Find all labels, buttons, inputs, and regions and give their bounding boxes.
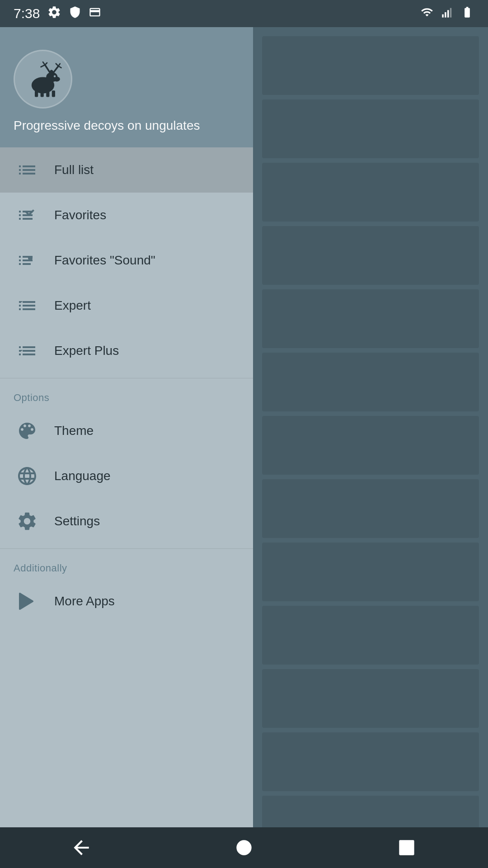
- globe-icon: [14, 462, 41, 490]
- recent-apps-button[interactable]: [389, 830, 425, 866]
- svg-line-19: [56, 64, 58, 66]
- svg-rect-9: [41, 91, 44, 97]
- list-icon: [14, 156, 41, 184]
- status-bar: 7:38: [0, 0, 488, 27]
- svg-rect-2: [447, 10, 449, 17]
- moose-icon: [23, 59, 63, 99]
- divider-1: [0, 378, 253, 378]
- svg-line-13: [41, 65, 45, 67]
- additionally-section-label: Additionally: [0, 553, 253, 579]
- palette-icon: [14, 417, 41, 444]
- expert-plus-icon: [14, 337, 41, 364]
- svg-line-15: [45, 63, 47, 65]
- menu-item-full-list-label: Full list: [54, 163, 94, 177]
- play-store-icon: [14, 588, 41, 615]
- svg-point-25: [236, 840, 251, 855]
- favorites-icon: [14, 202, 41, 229]
- menu-item-more-apps-label: More Apps: [54, 594, 115, 609]
- menu-item-full-list[interactable]: Full list: [0, 147, 253, 193]
- menu-item-theme-label: Theme: [54, 424, 94, 438]
- battery-icon: [460, 6, 474, 22]
- menu-item-settings-label: Settings: [54, 514, 100, 528]
- menu-item-expert-label: Expert: [54, 298, 91, 313]
- drawer-header: Progressive decoys on ungulates: [0, 27, 253, 147]
- menu-item-language[interactable]: Language: [0, 453, 253, 499]
- drawer-menu: Full list Favorites Favorites "Sound": [0, 147, 253, 827]
- menu-item-settings[interactable]: Settings: [0, 499, 253, 544]
- status-bar-left: 7:38: [14, 5, 101, 23]
- navigation-drawer: Progressive decoys on ungulates Full lis…: [0, 27, 253, 827]
- card-icon: [89, 6, 101, 22]
- svg-rect-10: [46, 91, 49, 97]
- shield-icon: [69, 6, 81, 22]
- menu-item-favorites-sound-label: Favorites "Sound": [54, 253, 155, 268]
- menu-item-expert[interactable]: Expert: [0, 283, 253, 328]
- menu-item-favorites-sound[interactable]: Favorites "Sound": [0, 238, 253, 283]
- menu-item-favorites[interactable]: Favorites: [0, 193, 253, 238]
- drawer-app-title: Progressive decoys on ungulates: [14, 118, 239, 134]
- avatar: [14, 50, 72, 108]
- favorites-sound-icon: [14, 247, 41, 274]
- menu-item-favorites-label: Favorites: [54, 208, 106, 222]
- svg-rect-3: [450, 8, 452, 17]
- signal-icon: [441, 6, 454, 22]
- menu-item-theme[interactable]: Theme: [0, 408, 253, 453]
- menu-item-expert-plus-label: Expert Plus: [54, 344, 119, 358]
- options-section-label: Options: [0, 383, 253, 408]
- menu-item-language-label: Language: [54, 469, 111, 483]
- svg-rect-0: [442, 14, 444, 17]
- expert-icon: [14, 292, 41, 319]
- divider-2: [0, 548, 253, 549]
- svg-point-21: [54, 75, 56, 77]
- menu-item-more-apps[interactable]: More Apps: [0, 579, 253, 624]
- bottom-nav: [0, 827, 488, 868]
- svg-rect-26: [399, 840, 414, 855]
- settings-icon: [14, 508, 41, 535]
- svg-rect-1: [445, 12, 446, 18]
- svg-rect-7: [46, 77, 52, 85]
- svg-point-6: [53, 77, 60, 82]
- back-button[interactable]: [63, 830, 99, 866]
- wifi-icon: [419, 6, 435, 22]
- svg-line-12: [45, 65, 51, 73]
- gear-icon: [47, 5, 61, 23]
- svg-rect-11: [52, 90, 55, 97]
- svg-rect-8: [35, 90, 38, 97]
- home-button[interactable]: [226, 830, 262, 866]
- menu-item-expert-plus[interactable]: Expert Plus: [0, 328, 253, 373]
- status-bar-right: [419, 6, 474, 22]
- svg-line-16: [53, 66, 59, 73]
- status-time: 7:38: [14, 6, 40, 21]
